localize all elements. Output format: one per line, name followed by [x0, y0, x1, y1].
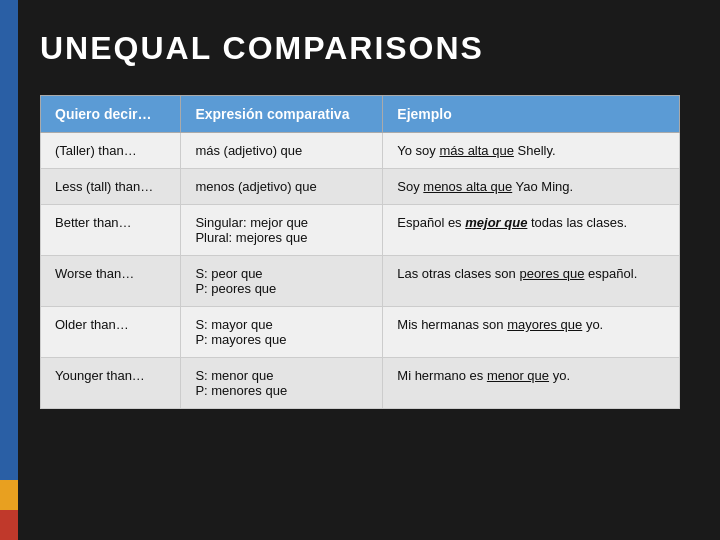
table-cell-col1: Less (tall) than…: [41, 169, 181, 205]
table-row: Worse than…S: peor queP: peores queLas o…: [41, 256, 680, 307]
table-cell-col3: Mi hermano es menor que yo.: [383, 358, 680, 409]
header-col3: Ejemplo: [383, 96, 680, 133]
table-cell-col1: Younger than…: [41, 358, 181, 409]
bar-red: [0, 510, 18, 540]
table-row: Better than…Singular: mejor quePlural: m…: [41, 205, 680, 256]
bar-yellow: [0, 480, 18, 510]
table-cell-col3: Las otras clases son peores que español.: [383, 256, 680, 307]
table-cell-col2: más (adjetivo) que: [181, 133, 383, 169]
table-cell-col1: Older than…: [41, 307, 181, 358]
side-bars: [0, 0, 18, 540]
table-cell-col3: Mis hermanas son mayores que yo.: [383, 307, 680, 358]
table-cell-col3: Soy menos alta que Yao Ming.: [383, 169, 680, 205]
bar-blue: [0, 0, 18, 480]
table-cell-col2: S: mayor queP: mayores que: [181, 307, 383, 358]
header-col2: Expresión comparativa: [181, 96, 383, 133]
table-row: Less (tall) than…menos (adjetivo) queSoy…: [41, 169, 680, 205]
table-cell-col3: Yo soy más alta que Shelly.: [383, 133, 680, 169]
table-row: Younger than…S: menor queP: menores queM…: [41, 358, 680, 409]
page-container: UNEQUAL COMPARISONS Quiero decir… Expres…: [0, 0, 720, 540]
table-cell-col1: (Taller) than…: [41, 133, 181, 169]
table-cell-col2: menos (adjetivo) que: [181, 169, 383, 205]
table-cell-col1: Better than…: [41, 205, 181, 256]
table-row: (Taller) than…más (adjetivo) queYo soy m…: [41, 133, 680, 169]
table-cell-col2: Singular: mejor quePlural: mejores que: [181, 205, 383, 256]
table-cell-col1: Worse than…: [41, 256, 181, 307]
table-cell-col2: S: peor queP: peores que: [181, 256, 383, 307]
header-col1: Quiero decir…: [41, 96, 181, 133]
page-title: UNEQUAL COMPARISONS: [40, 30, 680, 67]
table-row: Older than…S: mayor queP: mayores queMis…: [41, 307, 680, 358]
comparisons-table: Quiero decir… Expresión comparativa Ejem…: [40, 95, 680, 409]
table-cell-col3: Español es mejor que todas las clases.: [383, 205, 680, 256]
table-header-row: Quiero decir… Expresión comparativa Ejem…: [41, 96, 680, 133]
table-cell-col2: S: menor queP: menores que: [181, 358, 383, 409]
